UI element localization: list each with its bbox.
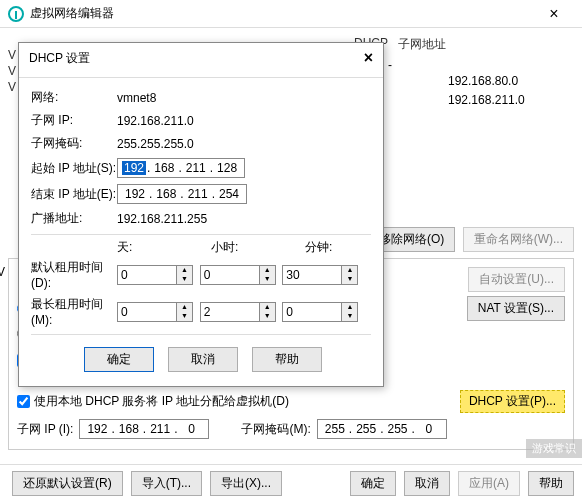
- dlg-subnet-ip-value: 192.168.211.0: [117, 114, 194, 128]
- close-window-button[interactable]: ×: [534, 0, 574, 28]
- dlg-subnet-mask-label: 子网掩码:: [31, 135, 117, 152]
- default-lease-days[interactable]: ▲▼: [117, 265, 193, 285]
- dlg-max-lease-label: 最长租用时间(M):: [31, 296, 117, 327]
- row-v-1: V: [8, 64, 16, 78]
- dialog-cancel-button[interactable]: 取消: [168, 347, 238, 372]
- col-hours: 小时:: [211, 239, 277, 256]
- auto-settings-button: 自动设置(U)...: [468, 267, 565, 292]
- dlg-network-value: vmnet8: [117, 91, 156, 105]
- ok-button[interactable]: 确定: [350, 471, 396, 496]
- dlg-end-ip-label: 结束 IP 地址(E):: [31, 186, 117, 203]
- use-local-dhcp-label: 使用本地 DHCP 服务将 IP 地址分配给虚拟机(D): [34, 393, 289, 410]
- dhcp-settings-button[interactable]: DHCP 设置(P)...: [460, 390, 565, 413]
- rename-network-button: 重命名网络(W)...: [463, 227, 574, 252]
- max-lease-hours[interactable]: ▲▼: [200, 302, 276, 322]
- dhcp-settings-dialog: DHCP 设置 × 网络:vmnet8 子网 IP:192.168.211.0 …: [18, 42, 384, 387]
- max-lease-days[interactable]: ▲▼: [117, 302, 193, 322]
- dialog-close-button[interactable]: ×: [364, 49, 373, 67]
- row-v-0: V: [8, 48, 16, 62]
- subnet-ip-input[interactable]: . . .: [79, 419, 209, 439]
- subnet-mask-label: 子网掩码(M):: [241, 421, 310, 438]
- col-days: 天:: [117, 239, 183, 256]
- dialog-ok-button[interactable]: 确定: [84, 347, 154, 372]
- dialog-help-button[interactable]: 帮助: [252, 347, 322, 372]
- default-lease-hours[interactable]: ▲▼: [200, 265, 276, 285]
- dlg-end-ip-input[interactable]: . . .: [117, 184, 247, 204]
- col-subnet: 子网地址: [398, 36, 458, 53]
- dlg-default-lease-label: 默认租用时间(D):: [31, 259, 117, 290]
- subnet-ip-label: 子网 IP (I):: [17, 421, 73, 438]
- dlg-start-ip-label: 起始 IP 地址(S):: [31, 160, 117, 177]
- dlg-network-label: 网络:: [31, 89, 117, 106]
- dlg-subnet-ip-label: 子网 IP:: [31, 112, 117, 129]
- group-v-label: V: [0, 265, 5, 279]
- cancel-button[interactable]: 取消: [404, 471, 450, 496]
- row-v-2: V: [8, 80, 16, 94]
- dlg-broadcast-value: 192.168.211.255: [117, 212, 207, 226]
- subnet-mask-input[interactable]: . . .: [317, 419, 447, 439]
- import-button[interactable]: 导入(T)...: [131, 471, 202, 496]
- dlg-start-ip-input[interactable]: 192. . .: [117, 158, 245, 178]
- export-button[interactable]: 导出(X)...: [210, 471, 282, 496]
- restore-defaults-button[interactable]: 还原默认设置(R): [12, 471, 123, 496]
- help-button[interactable]: 帮助: [528, 471, 574, 496]
- max-lease-minutes[interactable]: ▲▼: [282, 302, 358, 322]
- dialog-title: DHCP 设置: [29, 50, 90, 67]
- use-local-dhcp-check[interactable]: [17, 395, 30, 408]
- nat-settings-button[interactable]: NAT 设置(S)...: [467, 296, 565, 321]
- apply-button: 应用(A): [458, 471, 520, 496]
- col-minutes: 分钟:: [305, 239, 371, 256]
- watermark: 游戏常识: [526, 439, 582, 458]
- app-icon: [8, 6, 24, 22]
- dlg-broadcast-label: 广播地址:: [31, 210, 117, 227]
- window-title: 虚拟网络编辑器: [30, 5, 114, 22]
- default-lease-minutes[interactable]: ▲▼: [282, 265, 358, 285]
- dlg-subnet-mask-value: 255.255.255.0: [117, 137, 194, 151]
